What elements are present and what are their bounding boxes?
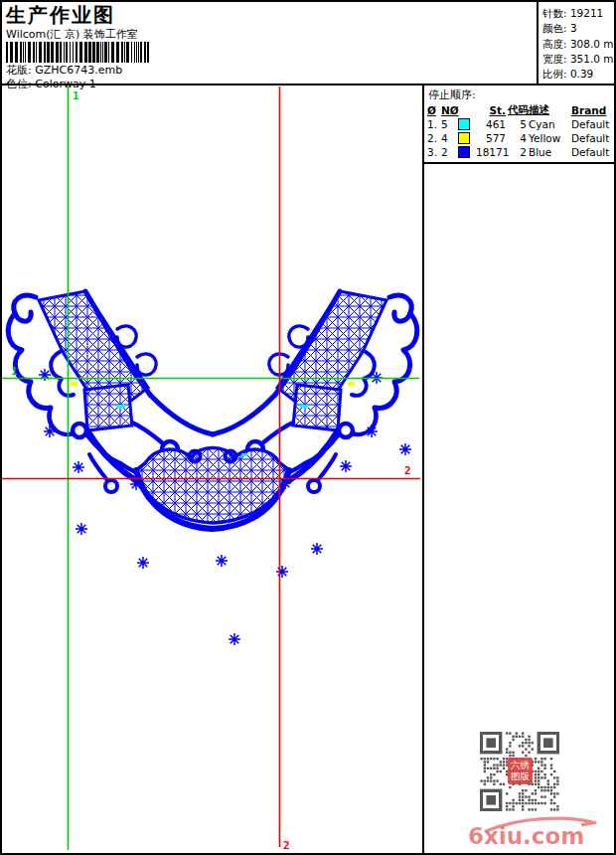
table-row: 3. 2 18171 2 Blue Default	[427, 145, 613, 159]
watermark-text: 6xiu.com	[468, 821, 612, 851]
barcode	[6, 42, 151, 63]
header: 生产作业图 Wilcom(汇 京) 装饰工作室 花版: GZHC6743.emb…	[2, 2, 614, 86]
guide-label-1-top: 1	[73, 89, 79, 102]
table-row: 1. 5 461 5 Cyan Default	[427, 117, 613, 131]
stop-sequence-table: Ø NØ St. 代码 描述 Brand 元素 1. 5 461 5 Cyan …	[424, 103, 614, 164]
stat-stitches: 针数: 19211	[542, 6, 614, 21]
pattern-row: 花版: GZHC6743.emb	[6, 64, 151, 78]
guide-label-2-bottom: 2	[283, 839, 290, 851]
color-swatch-yellow	[458, 132, 470, 144]
col-code: 代码	[508, 103, 529, 117]
guide-label-1-left: 1	[11, 365, 18, 378]
design-stats: 针数: 19211 颜色: 3 高度: 308.0 mm 宽度: 351.0 m…	[537, 2, 614, 86]
guide-label-2-right: 2	[404, 464, 411, 477]
watermark: 6xiu.com	[468, 821, 612, 851]
pattern-label: 花版:	[6, 64, 32, 77]
stop-sequence-title: 停止顺序:	[424, 86, 614, 103]
pattern-value: GZHC6743.emb	[35, 64, 122, 77]
right-panel: 停止顺序: Ø NØ St. 代码 描述 Brand 元素 1. 5 461 5…	[422, 86, 614, 853]
col-needle: NØ	[441, 104, 456, 116]
color-swatch-blue	[458, 146, 470, 158]
production-worksheet-page: 生产作业图 Wilcom(汇 京) 装饰工作室 花版: GZHC6743.emb…	[0, 0, 616, 855]
col-desc: 描述	[529, 103, 571, 117]
table-row: 2. 4 577 4 Yellow Default	[427, 131, 613, 145]
design-canvas: 1 1 2 2	[2, 86, 422, 851]
qr-seal: 六绣图版	[508, 758, 533, 784]
stat-colors: 颜色: 3	[542, 21, 614, 36]
col-stop: Ø	[427, 104, 441, 116]
color-swatch-cyan	[458, 118, 470, 130]
stat-height: 高度: 308.0 mm	[542, 37, 614, 52]
stat-width: 宽度: 351.0 mm	[542, 52, 614, 67]
table-header-row: Ø NØ St. 代码 描述 Brand 元素	[427, 103, 613, 117]
studio-name: Wilcom(汇 京) 装饰工作室	[6, 28, 151, 41]
stat-scale: 比例: 0.39	[542, 67, 614, 82]
embroidery-design	[8, 291, 417, 645]
page-title: 生产作业图	[6, 3, 151, 27]
header-left: 生产作业图 Wilcom(汇 京) 装饰工作室 花版: GZHC6743.emb…	[6, 3, 151, 90]
col-st: St.	[476, 104, 508, 116]
col-brand: Brand	[571, 104, 616, 116]
qr-code: 六绣图版	[480, 732, 559, 811]
